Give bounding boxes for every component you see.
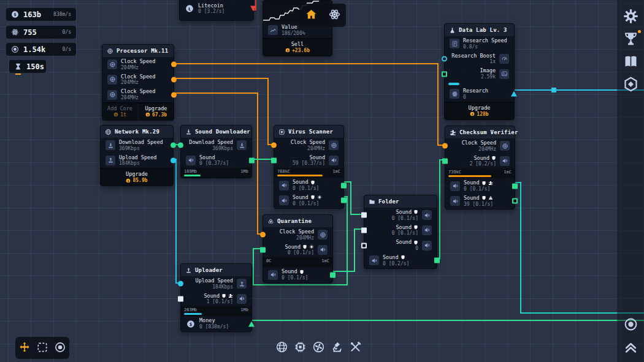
tools-icon [349, 341, 362, 355]
output-port[interactable] [341, 183, 347, 188]
input-port[interactable] [178, 281, 183, 287]
row-value: 2 [0.2/s] [470, 161, 496, 167]
input-port[interactable] [442, 143, 448, 149]
row-value: 204MHz [121, 80, 139, 86]
coin-icon: $ [113, 112, 118, 117]
sound-icon [279, 181, 289, 190]
input-port[interactable] [442, 56, 447, 61]
row-label: Sound [282, 268, 297, 275]
output-port[interactable] [250, 6, 256, 12]
research-button[interactable] [328, 8, 341, 23]
node-title: Folder [378, 198, 399, 205]
antivirus-shop-tab[interactable] [312, 341, 325, 355]
output-port[interactable] [512, 198, 518, 204]
sound-downloader-node[interactable]: Sound DownloaderDownload Speed369KbpsSou… [180, 125, 252, 178]
output-port[interactable] [341, 198, 347, 203]
quarantine-node[interactable]: QuarantineClock Speed204MHzSound0 [0.1/s… [263, 214, 333, 283]
output-port[interactable] [171, 157, 176, 163]
research-icon [11, 28, 19, 36]
upgrade-button[interactable]: Upgrade$128b [445, 103, 514, 119]
processor-node[interactable]: Processor Mk.11Clock Speed204MHzClock Sp… [102, 44, 174, 121]
tools-shop-tab[interactable] [349, 341, 362, 355]
svg-text:$: $ [147, 113, 149, 116]
home-button[interactable] [305, 8, 318, 23]
sound-icon [450, 181, 460, 191]
input-port[interactable] [361, 227, 367, 233]
data-lab-node[interactable]: Data Lab Lv. 3Research Speed0.8/sResearc… [444, 23, 515, 120]
achievements-button[interactable] [623, 31, 639, 47]
badges-button[interactable] [623, 76, 639, 92]
row-label: Sound [204, 293, 220, 300]
checksum-verifier-node[interactable]: Checksum VerifierClock Speed204MHzSound2… [445, 126, 515, 209]
upgrade-button[interactable]: Upgrade$85.9b [101, 169, 173, 186]
settings-button[interactable] [623, 8, 639, 25]
download-icon [105, 140, 115, 150]
row-label: Download Speed [189, 139, 233, 146]
upgrade-button[interactable]: Upgrade$67.3b [139, 104, 174, 120]
pan-tool-button[interactable] [18, 341, 31, 355]
collapse-button[interactable] [623, 339, 638, 355]
virus-scanner-node[interactable]: Virus ScannerClock Speed204MHzSound59 [0… [274, 125, 344, 209]
output-port[interactable] [512, 183, 518, 189]
litecoin-icon: Ł [185, 4, 194, 13]
row-label: Clock Speed [121, 88, 155, 95]
node-title: Data Lab Lv. 3 [459, 27, 507, 33]
input-port[interactable] [260, 232, 266, 238]
chip-icon [107, 90, 117, 100]
input-port[interactable] [178, 143, 183, 148]
row-label: Sound [285, 244, 301, 251]
input-port[interactable] [361, 243, 367, 248]
node-quick-menu [299, 4, 346, 27]
output-port[interactable] [171, 92, 177, 97]
focus-tool-button[interactable] [54, 341, 66, 355]
box-select-tool-button[interactable] [36, 341, 48, 355]
litecoin-node[interactable]: ŁLitecoin0 [3.2/s] [179, 0, 254, 21]
shield-icon [413, 225, 418, 230]
network-node[interactable]: Network Mk.29Download Speed369KbpsUpload… [100, 125, 174, 186]
row-value: 59 [0.37/s] [293, 160, 325, 167]
output-port[interactable] [434, 258, 440, 263]
uploader-node[interactable]: UploaderUpload Speed184KbpsSound1 [0.1/s… [180, 263, 252, 332]
input-port[interactable] [178, 296, 183, 301]
sound-icon [450, 196, 460, 206]
upload-icon [185, 267, 192, 274]
output-port[interactable] [330, 272, 335, 277]
input-port[interactable] [442, 71, 447, 77]
input-port[interactable] [361, 213, 367, 218]
game-canvas[interactable]: ŁLitecoin0 [3.2/s]Value186/200%Sell$+23.… [0, 0, 644, 362]
node-row: Sound2 [0.2/s] [445, 154, 515, 169]
output-port[interactable] [248, 321, 255, 326]
gear-icon [623, 17, 639, 26]
node-footer: Add Core$1tUpgrade$67.3b [102, 102, 174, 120]
node-row: Upload Speed184Kbps [101, 153, 173, 168]
sell-button[interactable]: Sell$+23.6b [263, 39, 332, 56]
output-port[interactable] [171, 143, 176, 148]
input-port[interactable] [271, 157, 277, 163]
output-port[interactable] [249, 157, 255, 163]
center-view-button[interactable] [623, 317, 638, 332]
hexagon-badge-icon [623, 85, 639, 94]
shield-icon [481, 181, 486, 186]
input-port[interactable] [442, 158, 448, 164]
input-port[interactable] [260, 247, 266, 252]
folder-node[interactable]: FolderSound0 [0.1/s]Sound0 [0.1/s]Sound0… [364, 195, 437, 269]
node-row: Clock Speed204MHz [445, 138, 515, 154]
output-port[interactable] [171, 77, 177, 82]
node-title: Sound Downloader [195, 129, 250, 135]
row-value: 0 [0.1/s] [282, 275, 308, 281]
input-port[interactable] [271, 143, 277, 148]
node-row: Download Speed369Kbps [101, 138, 173, 153]
node-row: Sound39 [0.1/s] [445, 194, 515, 209]
journal-button[interactable] [623, 53, 639, 70]
price: $67.3b [145, 112, 167, 118]
output-port[interactable] [511, 91, 517, 97]
output-port[interactable] [171, 62, 177, 67]
network-shop-tab[interactable] [275, 341, 288, 355]
chip-icon [318, 230, 328, 239]
hardware-shop-tab[interactable] [294, 341, 307, 355]
add-core-button[interactable]: Add Core$1t [102, 104, 137, 120]
gauge-current: 0C [266, 258, 271, 263]
node-row: Sound0 [0.37/s] [181, 153, 251, 168]
research-shop-tab[interactable] [331, 341, 343, 355]
node-title: Virus Scanner [288, 129, 333, 135]
